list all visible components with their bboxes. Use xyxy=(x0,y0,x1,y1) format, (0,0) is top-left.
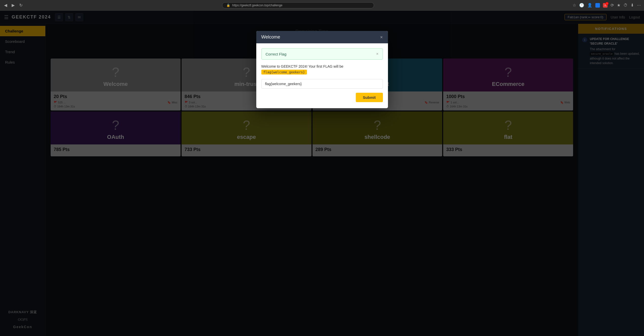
flag-input[interactable] xyxy=(261,79,383,89)
correct-flag-text: Correct Flag xyxy=(266,52,287,56)
more-icon[interactable]: ⋯ xyxy=(637,3,641,8)
sync-icon[interactable]: ⟳ xyxy=(611,3,614,8)
correct-flag-alert: Correct Flag × xyxy=(261,48,383,60)
profile-icon[interactable]: 👤 xyxy=(587,3,592,8)
flag-highlight: flag{welcome_geekers} xyxy=(261,70,307,74)
url-text: https://geekctf.geekcon.top/challenge xyxy=(232,4,282,7)
modal-body: Correct Flag × Welcome to GEEKCTF 2024! … xyxy=(256,43,388,108)
forward-button[interactable]: ▶ xyxy=(11,2,16,9)
back-button[interactable]: ◀ xyxy=(3,2,8,9)
lock-icon: 🔒 xyxy=(226,4,230,7)
extension-2[interactable]: 0 1 xyxy=(603,3,608,8)
browser-chrome: ◀ ▶ ↻ 🔒 https://geekctf.geekcon.top/chal… xyxy=(0,0,644,11)
modal-footer: Submit xyxy=(261,93,383,103)
alert-close-button[interactable]: × xyxy=(376,52,378,56)
welcome-text-prefix: Welcome to GEEKCTF 2024! Your first FLAG… xyxy=(261,64,343,68)
star-icon[interactable]: ☆ xyxy=(573,3,576,8)
modal-title: Welcome xyxy=(261,34,280,40)
submit-button[interactable]: Submit xyxy=(356,93,383,102)
history-icon[interactable]: ⏱ xyxy=(623,3,628,8)
bookmark-icon[interactable]: ★ xyxy=(617,3,620,8)
modal-overlay[interactable]: Welcome × Correct Flag × Welcome to GEEK… xyxy=(0,11,644,336)
address-bar[interactable]: 🔒 https://geekctf.geekcon.top/challenge xyxy=(222,2,374,8)
welcome-modal: Welcome × Correct Flag × Welcome to GEEK… xyxy=(256,31,388,108)
download-icon[interactable]: ⬇ xyxy=(631,3,634,8)
extension-badge: 1 xyxy=(606,2,609,5)
modal-close-button[interactable]: × xyxy=(380,35,383,40)
browser-toolbar: ☆ 🕐 👤 0 1 ⟳ ★ ⏱ ⬇ ⋯ xyxy=(573,3,641,8)
modal-header: Welcome × xyxy=(256,31,388,43)
refresh-button[interactable]: ↻ xyxy=(18,2,24,9)
extension-1[interactable] xyxy=(595,3,600,8)
welcome-message: Welcome to GEEKCTF 2024! Your first FLAG… xyxy=(261,64,383,75)
clock-icon[interactable]: 🕐 xyxy=(579,3,584,8)
